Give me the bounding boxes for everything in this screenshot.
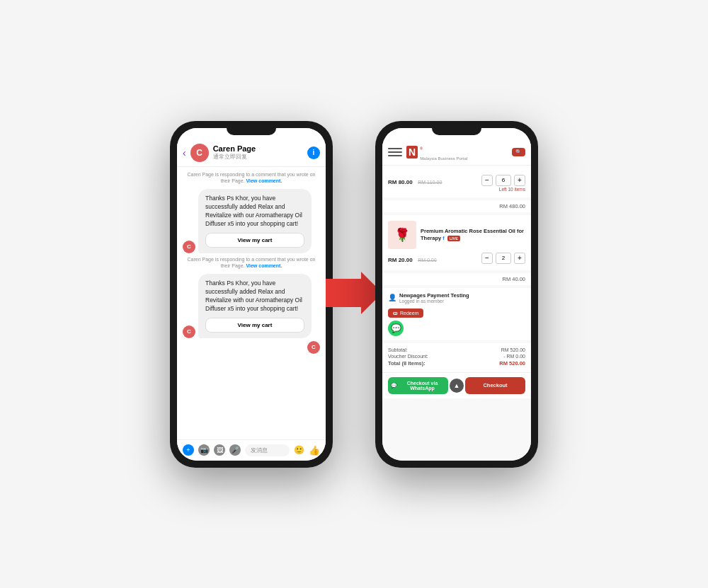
- messenger-avatar: C: [190, 144, 209, 162]
- emoji-button[interactable]: 🙂: [294, 445, 304, 455]
- subtotal-label: Subtotal:: [388, 347, 408, 352]
- message-input[interactable]: 发消息: [245, 444, 290, 456]
- voucher-row: Voucher Discount: - RM 0.00: [388, 354, 525, 359]
- checkout-whatsapp-button[interactable]: 💬 Checkout via WhatsApp: [388, 377, 448, 394]
- like-button[interactable]: 👍: [309, 445, 320, 456]
- qty-control-1: − 6 +: [481, 175, 525, 186]
- phone-notch-left: [227, 128, 276, 135]
- system-message-1: Caren Page is responding to a comment th…: [183, 171, 320, 185]
- logo-letter: N: [406, 146, 418, 158]
- price-area-1: RM 80.00 RM 110.00: [388, 174, 442, 187]
- total-value: RM 520.00: [499, 360, 525, 367]
- user-member-status: Logged in as member: [399, 299, 469, 304]
- hamburger-menu[interactable]: [388, 145, 402, 159]
- chat-bubble-2: Thanks Ps Khor, you have successfully ad…: [198, 274, 312, 338]
- qty-decrease-2[interactable]: −: [481, 253, 493, 264]
- qty-decrease-1[interactable]: −: [481, 175, 493, 186]
- redeem-button[interactable]: 🎟 Redeem: [388, 309, 423, 318]
- user-icon: 👤: [388, 294, 396, 301]
- system-message-2: Caren Page is responding to a comment th…: [183, 256, 320, 270]
- subtotal-value: RM 520.00: [501, 347, 525, 352]
- subtotal-row: Subtotal: RM 520.00: [388, 347, 525, 352]
- cart-item-image-2: 🌹: [388, 221, 416, 249]
- subtotal-2: RM 40.00: [382, 273, 531, 285]
- right-phone: N ® Malaysia Business Portal 🔍 RM 80.00 …: [375, 121, 538, 468]
- cart-item-row-2: 🌹 Premium Aromatic Rose Essential Oil fo…: [388, 221, 525, 249]
- chat-avatar-2: C: [183, 325, 195, 338]
- stock-note-1: Left 10 items: [388, 187, 525, 192]
- redeem-label: Redeem: [400, 311, 418, 316]
- qty-control-2: − 2 +: [481, 253, 525, 264]
- whatsapp-contact-icon[interactable]: 💬: [388, 321, 404, 336]
- newpages-logo: N ® Malaysia Business Portal: [406, 144, 467, 161]
- messenger-contact-name: Caren Page: [213, 144, 303, 153]
- scroll-up-button[interactable]: ▲: [450, 379, 464, 393]
- voucher-value: - RM 0.00: [503, 354, 525, 359]
- voucher-label: Voucher Discount:: [388, 354, 428, 359]
- grand-total-row: Total (8 Items): RM 520.00: [388, 360, 525, 367]
- add-icon[interactable]: +: [183, 444, 194, 456]
- chat-row-2: C Thanks Ps Khor, you have successfully …: [183, 274, 320, 338]
- qty-value-1: 6: [496, 175, 511, 186]
- chat-bubble-text-1: Thanks Ps Khor, you have successfully ad…: [198, 189, 312, 253]
- cart-item-section-2: 🌹 Premium Aromatic Rose Essential Oil fo…: [382, 215, 531, 270]
- price-row-2: RM 20.00 RM 0.00 − 2 +: [388, 252, 525, 265]
- qty-value-2: 2: [496, 253, 511, 264]
- messenger-footer: + 📷 🖼 🎤 发消息 🙂 👍: [177, 439, 326, 461]
- checkout-button[interactable]: Checkout: [465, 377, 525, 394]
- logo-tagline: Malaysia Business Portal: [420, 156, 467, 161]
- arrow-indicator: [326, 272, 382, 317]
- cart-item-section-1: RM 80.00 RM 110.00 − 6 + Left 10 items: [382, 166, 531, 197]
- chat-row-1: C Thanks Ps Khor, you have successfully …: [183, 189, 320, 253]
- checkout-label: Checkout: [483, 382, 507, 388]
- total-label: Total (8 Items):: [388, 360, 426, 367]
- redeem-icon: 🎟: [393, 311, 398, 316]
- page-container: ‹ C Caren Page 通常立即回复 i Caren Page is re…: [0, 0, 708, 588]
- qty-increase-2[interactable]: +: [514, 253, 525, 264]
- price-current-2: RM 20.00: [388, 257, 413, 263]
- phone-notch-right: [432, 128, 481, 135]
- view-comment-link-1[interactable]: View comment.: [246, 178, 282, 183]
- user-info: Newpages Payment Testing Logged in as me…: [399, 292, 469, 304]
- hamburger-line-3: [388, 155, 402, 156]
- cart-footer: 💬 Checkout via WhatsApp ▲ Checkout: [382, 372, 531, 398]
- cart-user-section: 👤 Newpages Payment Testing Logged in as …: [382, 288, 531, 340]
- checkout-whatsapp-label: Checkout via WhatsApp: [399, 381, 445, 391]
- image-icon[interactable]: 🖼: [214, 444, 225, 456]
- cart-item-name-2: Premium Aromatic Rose Essential Oil for …: [421, 228, 525, 242]
- price-original-1: RM 110.00: [418, 180, 442, 185]
- mic-icon[interactable]: 🎤: [229, 444, 241, 456]
- header-search-button[interactable]: 🔍: [512, 148, 525, 156]
- price-row-1: RM 80.00 RM 110.00 − 6 +: [388, 174, 525, 187]
- fb-icon: f: [442, 236, 444, 241]
- cart-totals: Subtotal: RM 520.00 Voucher Discount: - …: [382, 343, 531, 372]
- camera-icon[interactable]: 📷: [198, 444, 210, 456]
- back-button[interactable]: ‹: [183, 147, 186, 158]
- messenger-body: Caren Page is responding to a comment th…: [177, 167, 326, 439]
- left-phone: ‹ C Caren Page 通常立即回复 i Caren Page is re…: [170, 121, 333, 468]
- right-phone-screen: N ® Malaysia Business Portal 🔍 RM 80.00 …: [382, 128, 531, 461]
- view-cart-button-2[interactable]: View my cart: [205, 318, 304, 333]
- left-phone-screen: ‹ C Caren Page 通常立即回复 i Caren Page is re…: [177, 128, 326, 461]
- user-name: Newpages Payment Testing: [399, 292, 469, 299]
- qty-increase-1[interactable]: +: [514, 175, 525, 186]
- message-placeholder: 发消息: [251, 446, 268, 454]
- messenger-contact-info: Caren Page 通常立即回复: [213, 144, 303, 161]
- hamburger-line-1: [388, 148, 402, 149]
- user-row: 👤 Newpages Payment Testing Logged in as …: [388, 292, 525, 304]
- info-button[interactable]: i: [307, 146, 320, 159]
- live-badge: LIVE: [447, 236, 460, 241]
- chat-bubble-text-2: Thanks Ps Khor, you have successfully ad…: [198, 274, 312, 338]
- price-current-1: RM 80.00: [388, 179, 413, 185]
- logo-superscript: ®: [420, 146, 422, 151]
- logo-name: ®: [420, 146, 422, 155]
- view-cart-button-1[interactable]: View my cart: [205, 233, 304, 248]
- subtotal-1: RM 480.00: [382, 200, 531, 212]
- chat-bubble-1: Thanks Ps Khor, you have successfully ad…: [198, 189, 312, 253]
- view-comment-link-2[interactable]: View comment.: [246, 263, 282, 268]
- cart-body[interactable]: RM 80.00 RM 110.00 − 6 + Left 10 items R…: [382, 166, 531, 461]
- messenger-contact-subtitle: 通常立即回复: [213, 153, 303, 161]
- logo-text-area: ® Malaysia Business Portal: [420, 144, 467, 161]
- price-area-2: RM 20.00 RM 0.00: [388, 252, 437, 265]
- whatsapp-icon: 💬: [391, 383, 397, 388]
